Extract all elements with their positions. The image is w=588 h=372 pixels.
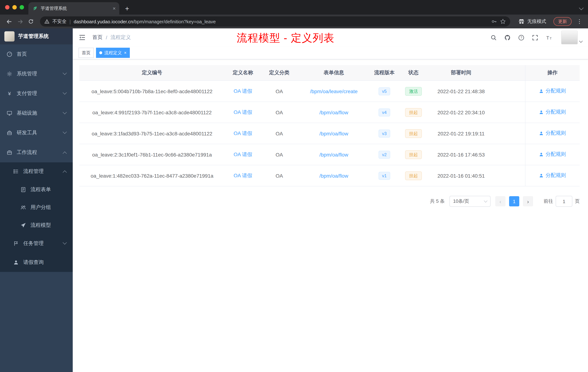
table-row: oa_leave:5:004b710b-7b8a-11ec-8ef0-acde4… <box>79 81 580 102</box>
monitor-icon <box>7 110 12 116</box>
user-menu[interactable] <box>561 31 582 44</box>
form-info-link[interactable]: /bpm/oa/flow <box>319 109 348 115</box>
assign-rule-label: 分配规则 <box>546 109 566 116</box>
deploy-time-cell: 2022-01-22 20:34:10 <box>428 102 494 123</box>
incognito-label: 无痕模式 <box>527 18 546 25</box>
prev-page-button[interactable]: ‹ <box>495 196 505 206</box>
sidebar-item-home[interactable]: 首页 <box>0 44 73 64</box>
url-text[interactable]: dashboard.yudao.iocoder.cn/bpm/manager/d… <box>74 19 488 24</box>
tab-title: 芋道管理系统 <box>41 5 110 11</box>
help-icon[interactable]: ? <box>518 34 524 41</box>
assign-rule-button[interactable]: 分配规则 <box>539 172 566 179</box>
next-page-button[interactable]: › <box>523 196 533 206</box>
briefcase-icon <box>7 150 12 155</box>
sidebar-item-system[interactable]: 系统管理 <box>0 64 73 84</box>
category-cell: OA <box>261 165 297 186</box>
sidebar-item-user-groups[interactable]: 用户分组 <box>0 198 73 216</box>
sidebar-item-task-management[interactable]: 任务管理 <box>0 234 73 253</box>
version-badge: v3 <box>378 129 390 137</box>
version-badge: v5 <box>378 87 390 95</box>
sidebar-collapse-icon[interactable] <box>79 34 86 41</box>
svg-text:T: T <box>550 37 552 40</box>
sidebar-item-process-models[interactable]: 流程模型 <box>0 216 73 234</box>
definition-name-link[interactable]: OA 请假 <box>234 109 252 115</box>
definition-name-link[interactable]: OA 请假 <box>234 172 252 178</box>
sidebar: 芋道管理系统 首页 系统管理 ¥ 支付管理 基础设施 <box>0 28 73 372</box>
tab-favicon-icon <box>32 5 38 11</box>
list-icon <box>13 169 19 174</box>
col-actions: 操作 <box>525 65 580 81</box>
assign-rule-button[interactable]: 分配规则 <box>539 130 566 137</box>
tab-close-icon[interactable]: × <box>113 6 116 11</box>
definition-id-cell: oa_leave:3:1fad3d93-7b75-11ec-a3c8-acde4… <box>79 123 225 144</box>
form-info-link[interactable]: /bpm/oa/flow <box>319 131 348 136</box>
close-window-button[interactable] <box>5 5 10 10</box>
caret-down-icon <box>579 39 583 43</box>
toolbox-icon <box>7 130 12 136</box>
new-tab-button[interactable]: + <box>125 5 129 12</box>
back-button[interactable] <box>4 18 14 25</box>
forward-button[interactable] <box>15 18 25 25</box>
browser-toolbar: 不安全 | dashboard.yudao.iocoder.cn/bpm/man… <box>0 15 588 28</box>
zoom-window-button[interactable] <box>20 5 24 10</box>
user-avatar[interactable] <box>561 31 578 44</box>
select-caret-icon <box>484 199 487 203</box>
assign-rule-label: 分配规则 <box>546 151 566 158</box>
assign-rule-button[interactable]: 分配规则 <box>539 109 566 116</box>
sidebar-item-workflow[interactable]: 工作流程 <box>0 143 73 162</box>
sidebar-item-process-forms[interactable]: 流程表单 <box>0 181 73 198</box>
key-icon[interactable] <box>491 19 497 24</box>
sidebar-item-process-management[interactable]: 流程管理 <box>0 162 73 181</box>
sidebar-item-payment[interactable]: ¥ 支付管理 <box>0 84 73 103</box>
page-size-select[interactable]: 10条/页 <box>450 196 491 207</box>
status-badge: 挂起 <box>405 150 422 159</box>
browser-menu-icon[interactable]: ⋮ <box>575 18 584 25</box>
tag-close-icon[interactable]: × <box>124 51 126 55</box>
person-icon <box>539 131 544 136</box>
browser-tab[interactable]: 芋道管理系统 × <box>28 2 119 15</box>
filler-cell <box>494 81 525 102</box>
content-area: 定义编号 定义名称 定义分类 表单信息 流程版本 状态 部署时间 操作 oa_l <box>73 59 588 372</box>
paper-plane-icon <box>20 222 26 228</box>
sidebar-item-leave-query[interactable]: 请假查询 <box>0 253 73 272</box>
category-cell: OA <box>261 123 297 144</box>
version-badge: v4 <box>378 108 390 116</box>
definition-name-link[interactable]: OA 请假 <box>234 130 252 136</box>
tag-process-definition[interactable]: 流程定义 × <box>96 48 130 58</box>
assign-rule-button[interactable]: 分配规则 <box>539 88 566 94</box>
person-icon <box>539 110 544 115</box>
form-info-link[interactable]: /bpm/oa/flow <box>319 173 348 178</box>
definition-name-link[interactable]: OA 请假 <box>234 151 252 157</box>
tab-list-chevron-icon[interactable] <box>579 5 583 10</box>
omnibox-divider: | <box>69 19 71 24</box>
sidebar-item-devtools[interactable]: 研发工具 <box>0 123 73 143</box>
breadcrumb-home[interactable]: 首页 <box>92 34 103 41</box>
search-icon[interactable] <box>491 34 497 41</box>
address-bar[interactable]: 不安全 | dashboard.yudao.iocoder.cn/bpm/man… <box>40 16 510 27</box>
page-1-button[interactable]: 1 <box>509 196 519 206</box>
sidebar-item-infrastructure[interactable]: 基础设施 <box>0 103 73 123</box>
sidebar-background <box>0 272 73 372</box>
definition-name-link[interactable]: OA 请假 <box>234 88 252 94</box>
tag-home[interactable]: 首页 <box>79 48 94 58</box>
top-navbar: 首页 / 流程定义 流程模型 - 定义列表 ? TT <box>73 28 588 47</box>
bookmark-star-icon[interactable] <box>500 19 506 24</box>
assign-rule-button[interactable]: 分配规则 <box>539 151 566 158</box>
form-info-link[interactable]: /bpm/oa/flow <box>319 152 348 157</box>
pager: ‹ 1 › <box>495 196 533 206</box>
sidebar-logo[interactable]: 芋道管理系统 <box>0 28 73 44</box>
form-info-link[interactable]: /bpm/oa/leave/create <box>310 88 358 94</box>
minimize-window-button[interactable] <box>12 5 17 10</box>
definition-id-cell: oa_leave:1:482ec033-762a-11ec-8477-a2380… <box>79 165 225 186</box>
security-label[interactable]: 不安全 <box>52 18 67 25</box>
fullscreen-icon[interactable] <box>532 34 538 41</box>
font-size-icon[interactable]: TT <box>546 34 552 41</box>
reload-button[interactable] <box>26 19 36 24</box>
workflow-submenu: 流程管理 流程表单 用户分组 流程模型 任务管理 <box>0 162 73 272</box>
update-button[interactable]: 更新 <box>554 17 572 26</box>
github-icon[interactable] <box>504 34 511 41</box>
goto-page-input[interactable] <box>556 196 572 207</box>
breadcrumb-current: 流程定义 <box>111 34 131 41</box>
breadcrumb: 首页 / 流程定义 <box>92 34 131 41</box>
table-row: oa_leave:2:3c1f0ef1-76b1-11ec-9c66-a2380… <box>79 144 580 165</box>
